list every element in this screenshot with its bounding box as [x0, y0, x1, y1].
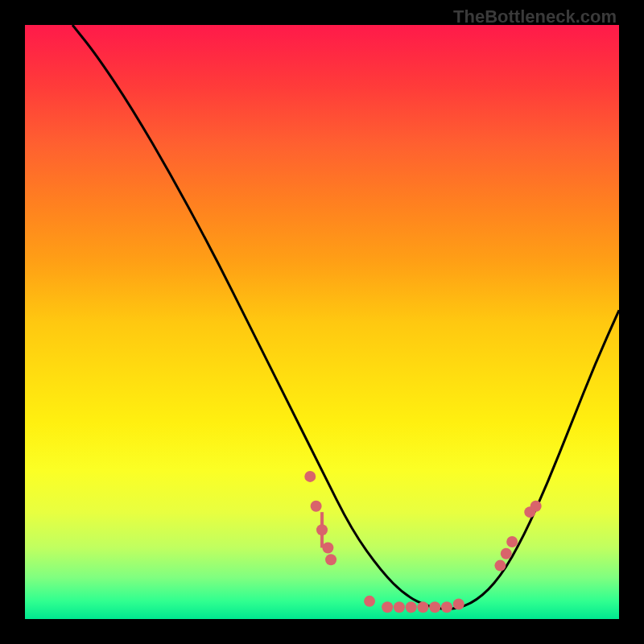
data-point	[316, 524, 328, 535]
data-point	[364, 596, 375, 607]
data-point	[506, 536, 518, 547]
data-point	[406, 601, 417, 613]
bottleneck-curve	[72, 25, 619, 609]
data-point	[429, 601, 440, 613]
data-point	[304, 471, 316, 482]
plot-area	[25, 25, 619, 619]
data-point	[325, 554, 336, 565]
data-point	[394, 601, 405, 613]
data-point	[453, 599, 464, 610]
chart-container: TheBottleneck.com	[0, 0, 644, 644]
scatter-points	[304, 471, 541, 613]
watermark-text: TheBottleneck.com	[453, 6, 617, 27]
data-point	[494, 560, 506, 572]
chart-svg	[25, 25, 619, 619]
data-point	[322, 542, 333, 553]
curve-line	[72, 25, 619, 609]
data-point	[530, 501, 542, 512]
data-point	[441, 601, 452, 613]
data-point	[417, 601, 428, 613]
data-point	[311, 501, 322, 512]
data-point	[382, 601, 393, 613]
data-point	[501, 548, 512, 559]
